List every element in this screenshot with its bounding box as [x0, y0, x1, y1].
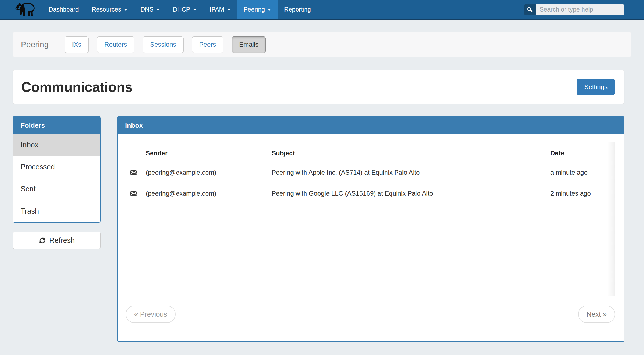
- nav-item-resources[interactable]: Resources: [85, 0, 134, 19]
- nav-item-dashboard[interactable]: Dashboard: [42, 0, 85, 19]
- refresh-button[interactable]: Refresh: [13, 232, 101, 249]
- icon-column-header: [126, 143, 146, 162]
- caret-down-icon: [227, 9, 231, 11]
- date-column-header: Date: [550, 143, 608, 162]
- nav-item-label: IPAM: [210, 6, 224, 13]
- envelope-icon: [130, 191, 137, 196]
- inbox-panel-heading: Inbox: [118, 117, 624, 134]
- refresh-button-label: Refresh: [49, 236, 75, 245]
- folders-sidebar: Folders Inbox Processed Sent Trash Refre…: [13, 116, 101, 249]
- search-input[interactable]: [536, 4, 624, 15]
- peering-toolbar: Peering IXs Routers Sessions Peers Email…: [13, 32, 631, 57]
- mail-sender: (peering@example.com): [146, 183, 272, 204]
- nav-item-peering[interactable]: Peering: [237, 0, 278, 19]
- envelope-icon: [130, 170, 137, 175]
- mail-table-header-row: Sender Subject Date: [126, 143, 608, 162]
- search-icon: [527, 6, 533, 13]
- sender-column-header: Sender: [146, 143, 272, 162]
- nav-item-label: DHCP: [173, 6, 190, 13]
- nav-item-ipam[interactable]: IPAM: [203, 0, 237, 19]
- panda-logo-icon: [15, 2, 36, 17]
- folder-item-inbox[interactable]: Inbox: [13, 134, 100, 156]
- top-navbar: Dashboard Resources DNS DHCP IPAM Peerin…: [0, 0, 644, 20]
- folder-item-sent[interactable]: Sent: [13, 178, 100, 200]
- nav-item-label: Dashboard: [49, 6, 79, 13]
- tab-sessions[interactable]: Sessions: [143, 36, 183, 53]
- nav-item-label: Resources: [92, 6, 121, 13]
- nav-item-reporting[interactable]: Reporting: [278, 0, 317, 19]
- tab-routers[interactable]: Routers: [97, 36, 134, 53]
- page-title: Communications: [21, 79, 133, 95]
- mail-subject: Peering with Google LLC (AS15169) at Equ…: [272, 183, 550, 204]
- folder-item-trash[interactable]: Trash: [13, 200, 100, 222]
- tab-emails[interactable]: Emails: [232, 36, 266, 53]
- nav-item-label: DNS: [140, 6, 153, 13]
- tab-ixs[interactable]: IXs: [65, 36, 89, 53]
- caret-down-icon: [156, 9, 160, 11]
- caret-down-icon: [268, 9, 271, 11]
- nav-item-label: Peering: [244, 6, 265, 13]
- folders-panel-heading: Folders: [13, 117, 100, 134]
- tab-peers[interactable]: Peers: [192, 36, 224, 53]
- main-nav: Dashboard Resources DNS DHCP IPAM Peerin…: [42, 0, 317, 19]
- mail-sender: (peering@example.com): [146, 162, 272, 183]
- mail-subject: Peering with Apple Inc. (AS714) at Equin…: [272, 162, 550, 183]
- refresh-icon: [39, 237, 46, 244]
- mail-table-wrap: Sender Subject Date: [126, 143, 615, 296]
- table-row[interactable]: (peering@example.com) Peering with Googl…: [126, 183, 608, 204]
- settings-button[interactable]: Settings: [577, 79, 615, 95]
- folders-list: Inbox Processed Sent Trash: [13, 134, 100, 222]
- inbox-panel: Inbox Sender Subject Date: [117, 116, 624, 342]
- mail-date: 2 minutes ago: [550, 183, 608, 204]
- table-row[interactable]: (peering@example.com) Peering with Apple…: [126, 162, 608, 183]
- nav-item-dns[interactable]: DNS: [134, 0, 166, 19]
- inbox-body: Sender Subject Date: [118, 134, 624, 341]
- content-row: Folders Inbox Processed Sent Trash Refre…: [13, 116, 624, 342]
- mail-date: a minute ago: [550, 162, 608, 183]
- previous-page-button[interactable]: « Previous: [126, 306, 176, 323]
- subnav-title: Peering: [21, 40, 49, 49]
- search-button[interactable]: [524, 4, 536, 15]
- subject-column-header: Subject: [272, 143, 550, 162]
- mail-table: Sender Subject Date: [126, 143, 608, 204]
- caret-down-icon: [124, 9, 127, 11]
- mail-icon-cell: [126, 162, 146, 183]
- nav-item-dhcp[interactable]: DHCP: [166, 0, 203, 19]
- next-page-button[interactable]: Next »: [578, 306, 615, 323]
- global-search: [524, 4, 624, 15]
- caret-down-icon: [193, 9, 197, 11]
- nav-item-label: Reporting: [284, 6, 311, 13]
- mail-icon-cell: [126, 183, 146, 204]
- folders-panel: Folders Inbox Processed Sent Trash: [13, 116, 101, 223]
- scrollbar-track[interactable]: [608, 142, 615, 296]
- page-header-panel: Communications Settings: [13, 70, 624, 104]
- pagination: « Previous Next »: [126, 306, 615, 323]
- folder-item-processed[interactable]: Processed: [13, 156, 100, 178]
